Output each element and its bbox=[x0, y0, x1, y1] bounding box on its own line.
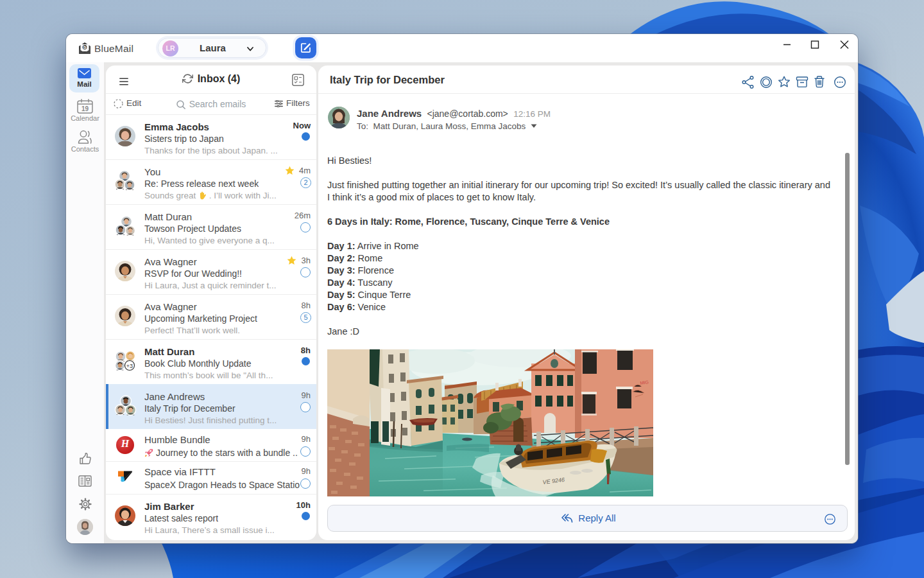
svg-text:+3: +3 bbox=[126, 363, 133, 369]
svg-text:19: 19 bbox=[81, 105, 89, 112]
svg-text:b: b bbox=[83, 44, 87, 50]
